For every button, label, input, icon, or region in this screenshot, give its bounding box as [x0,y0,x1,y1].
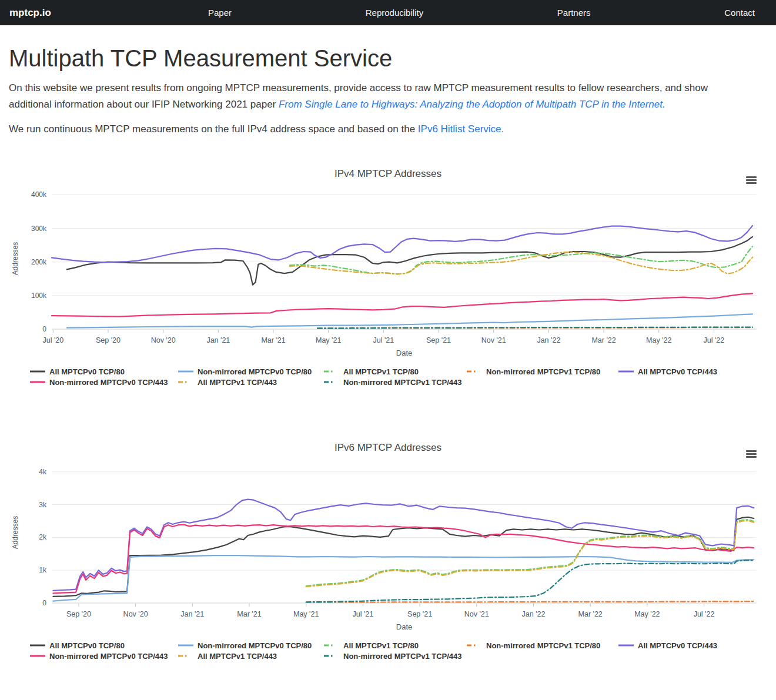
legend-item-all-mptcpv0-tcp-443[interactable]: All MPTCPv0 TCP/443 [618,367,717,376]
x-tick-label: May '21 [316,336,341,344]
series-line-all-mptcpv1-tcp-443 [306,521,754,587]
ipv4-chart-legend: All MPTCPv0 TCP/80Non-mirrored MPTCPv0 T… [30,367,767,387]
x-tick-label: Jan '22 [522,610,546,618]
intro-paragraph-2: We run continuous MPTCP measurements on … [9,121,745,138]
main-content: Multipath TCP Measurement Service On thi… [0,45,776,661]
x-tick-label: Jul '21 [373,336,394,344]
legend-item-all-mptcpv0-tcp-443[interactable]: All MPTCPv0 TCP/443 [618,641,717,650]
legend-swatch [178,644,193,647]
ipv4-chart-title: IPv4 MPTCP Addresses [9,168,767,180]
legend-swatch [324,380,339,384]
legend-label: All MPTCPv1 TCP/443 [198,652,277,661]
legend-swatch [467,644,482,647]
x-tick-label: May '21 [293,610,319,618]
legend-item-non-mirrored-mptcpv1-tcp-80[interactable]: Non-mirrored MPTCPv1 TCP/80 [467,367,618,376]
y-tick-label: 4k [39,467,47,475]
legend-label: All MPTCPv1 TCP/443 [198,378,277,387]
x-tick-label: Mar '22 [591,336,616,344]
legend-swatch [178,370,193,373]
legend-item-non-mirrored-mptcpv1-tcp-443[interactable]: Non-mirrored MPTCPv1 TCP/443 [324,652,467,661]
chart-menu-icon[interactable] [746,175,757,186]
legend-swatch [324,654,339,658]
chart-canvas[interactable]: 0100k200k300k400kJul '20Sep '20Nov '20Ja… [9,181,767,366]
legend-label: Non-mirrored MPTCPv0 TCP/443 [49,652,168,661]
legend-label: Non-mirrored MPTCPv1 TCP/443 [343,652,462,661]
y-tick-label: 0 [42,325,46,333]
y-tick-label: 100k [31,291,47,299]
y-tick-label: 2k [39,533,47,541]
y-tick-label: 3k [39,500,47,508]
legend-swatch [324,644,339,647]
x-tick-label: Mar '22 [578,610,603,618]
legend-label: Non-mirrored MPTCPv1 TCP/80 [486,367,600,376]
legend-item-all-mptcpv1-tcp-443[interactable]: All MPTCPv1 TCP/443 [178,378,324,387]
nav-item-partners[interactable]: Partners [557,8,591,18]
nav-item-reproducibility[interactable]: Reproducibility [366,8,423,18]
x-tick-label: Mar '21 [261,336,285,344]
x-tick-label: Nov '20 [123,610,148,618]
legend-swatch [324,370,339,373]
legend-swatch [178,654,193,658]
legend-row: All MPTCPv0 TCP/80Non-mirrored MPTCPv0 T… [30,367,767,376]
x-tick-label: Sep '21 [407,610,432,618]
legend-item-all-mptcpv0-tcp-80[interactable]: All MPTCPv0 TCP/80 [30,367,178,376]
y-axis-title: Addresses [11,242,19,275]
chart-canvas[interactable]: 01k2k3k4kSep '20Nov '20Jan '21Mar '21May… [9,455,767,639]
ipv6-chart: IPv6 MPTCP Addresses 01k2k3k4kSep '20Nov… [9,442,767,661]
x-tick-label: Jan '21 [180,610,204,618]
legend-label: All MPTCPv0 TCP/80 [49,367,125,376]
legend-swatch [467,370,482,373]
legend-item-all-mptcpv1-tcp-80[interactable]: All MPTCPv1 TCP/80 [324,367,467,376]
series-line-non-mirrored-mptcpv1-tcp-80 [306,601,754,602]
ipv6-chart-title: IPv6 MPTCP Addresses [9,442,767,454]
legend-item-non-mirrored-mptcpv1-tcp-80[interactable]: Non-mirrored MPTCPv1 TCP/80 [467,641,618,650]
nav-list: Paper Reproducibility Partners Contact [208,8,767,18]
legend-swatch [618,644,634,647]
y-tick-label: 0 [42,599,46,607]
legend-label: Non-mirrored MPTCPv0 TCP/80 [198,367,312,376]
legend-label: Non-mirrored MPTCPv0 TCP/443 [49,378,168,387]
nav-item-contact[interactable]: Contact [724,8,755,18]
series-line-non-mirrored-mptcpv1-tcp-443 [317,327,752,328]
x-tick-label: Jul '22 [694,610,715,618]
y-tick-label: 400k [31,190,47,199]
x-tick-label: Sep '20 [96,336,121,344]
x-tick-label: Jan '22 [537,336,560,344]
x-axis-title: Date [396,622,412,631]
legend-item-all-mptcpv1-tcp-443[interactable]: All MPTCPv1 TCP/443 [178,652,324,661]
brand-logo[interactable]: mptcp.io [9,7,51,19]
legend-swatch [618,370,634,373]
nav-item-paper[interactable]: Paper [208,8,232,18]
legend-label: All MPTCPv1 TCP/80 [343,641,419,650]
series-line-non-mirrored-mptcpv0-tcp-80 [67,314,752,327]
x-tick-label: May '22 [646,336,671,344]
legend-swatch [178,380,193,384]
series-line-non-mirrored-mptcpv0-tcp-443 [52,293,752,316]
x-tick-label: Jan '21 [206,336,230,344]
navbar: mptcp.io Paper Reproducibility Partners … [0,0,776,25]
legend-item-non-mirrored-mptcpv1-tcp-443[interactable]: Non-mirrored MPTCPv1 TCP/443 [324,378,467,387]
x-tick-label: Sep '21 [426,336,451,344]
legend-item-non-mirrored-mptcpv0-tcp-80[interactable]: Non-mirrored MPTCPv0 TCP/80 [178,641,324,650]
legend-item-non-mirrored-mptcpv0-tcp-443[interactable]: Non-mirrored MPTCPv0 TCP/443 [30,652,178,661]
series-line-all-mptcpv0-tcp-443 [53,499,754,590]
ipv6-plot-area[interactable]: 01k2k3k4kSep '20Nov '20Jan '21Mar '21May… [9,455,767,639]
legend-item-all-mptcpv0-tcp-80[interactable]: All MPTCPv0 TCP/80 [30,641,178,650]
inline-link[interactable]: IPv6 Hitlist Service. [418,123,504,135]
legend-swatch [30,380,45,384]
page-title: Multipath TCP Measurement Service [9,45,767,72]
ipv4-plot-area[interactable]: 0100k200k300k400kJul '20Sep '20Nov '20Ja… [9,181,767,366]
legend-row: Non-mirrored MPTCPv0 TCP/443All MPTCPv1 … [30,652,767,661]
ipv4-chart: IPv4 MPTCP Addresses 0100k200k300k400kJu… [9,168,767,387]
legend-item-non-mirrored-mptcpv0-tcp-443[interactable]: Non-mirrored MPTCPv0 TCP/443 [30,378,178,387]
legend-label: Non-mirrored MPTCPv1 TCP/443 [343,378,462,387]
y-tick-label: 1k [39,566,47,574]
x-tick-label: Jul '22 [704,336,725,344]
inline-link[interactable]: From Single Lane to Highways: Analyzing … [279,99,665,110]
legend-item-non-mirrored-mptcpv0-tcp-80[interactable]: Non-mirrored MPTCPv0 TCP/80 [178,367,324,376]
legend-swatch [30,370,45,373]
legend-item-all-mptcpv1-tcp-80[interactable]: All MPTCPv1 TCP/80 [324,641,467,650]
y-tick-label: 200k [31,257,47,266]
x-tick-label: Nov '20 [151,336,176,344]
chart-menu-icon[interactable] [746,449,757,460]
